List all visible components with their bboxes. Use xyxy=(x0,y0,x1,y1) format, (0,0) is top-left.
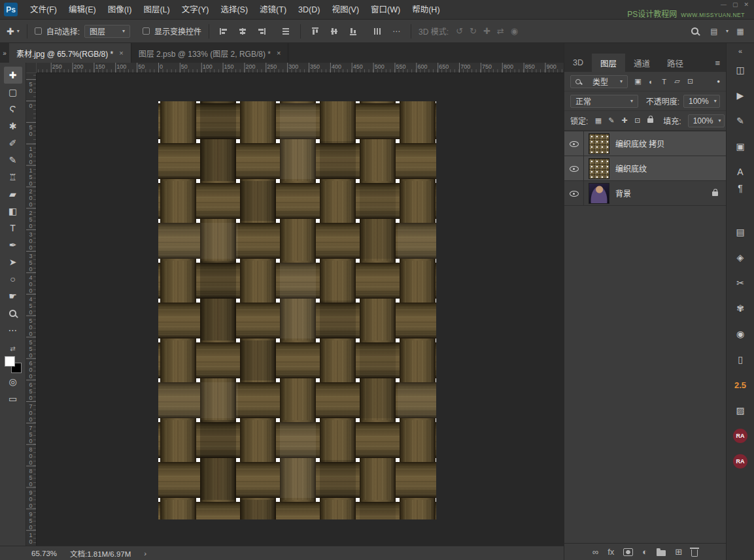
menu-item[interactable]: 图层(L) xyxy=(137,0,175,20)
tab-close-icon[interactable]: × xyxy=(119,49,123,57)
new-group-icon[interactable] xyxy=(657,550,666,556)
pen-tool[interactable]: ✒ xyxy=(4,237,22,254)
ellipse-tool[interactable]: ○ xyxy=(4,271,22,288)
layer-name[interactable]: 背景 xyxy=(615,188,631,199)
3d-pan-icon[interactable]: ✚ xyxy=(483,26,490,36)
menu-item[interactable]: 滤镜(T) xyxy=(254,0,292,20)
magic-wand-tool[interactable]: ✱ xyxy=(4,118,22,135)
align-top-edges-icon[interactable] xyxy=(308,24,322,39)
lock-image-pixels-icon[interactable]: ✎ xyxy=(605,114,617,127)
3d-orbit-icon[interactable]: ↺ xyxy=(456,26,463,36)
menu-item[interactable]: 3D(D) xyxy=(292,0,326,20)
align-left-edges-icon[interactable] xyxy=(216,24,231,39)
show-transform-checkbox[interactable] xyxy=(143,27,150,35)
align-vertical-centers-icon[interactable] xyxy=(327,24,341,39)
type-tool[interactable]: T xyxy=(4,220,22,237)
slices-panel-icon[interactable]: ✂ xyxy=(732,276,748,290)
3d-camera-icon[interactable]: ◉ xyxy=(511,26,518,36)
device-preview-panel-icon[interactable]: ▯ xyxy=(732,352,748,367)
character-panel-icon[interactable]: A xyxy=(732,165,748,179)
panel-menu-icon[interactable]: ≡ xyxy=(715,58,720,68)
menu-item[interactable]: 选择(S) xyxy=(214,0,254,20)
add-layer-mask-icon[interactable] xyxy=(623,548,633,556)
opacity-dropdown[interactable]: 100% ▾ xyxy=(683,95,720,108)
hand-tool[interactable]: ☛ xyxy=(4,288,22,305)
ruler-top[interactable]: 2502001501005005010015020025030035040045… xyxy=(37,63,564,73)
clone-stamp-tool[interactable]: ♖ xyxy=(4,169,22,186)
layer-style-icon[interactable]: fx xyxy=(608,548,614,556)
more-tools[interactable]: ⋯ xyxy=(4,321,22,338)
status-expand-icon[interactable]: › xyxy=(144,550,146,557)
photoshop-logo[interactable]: Ps xyxy=(4,3,18,16)
collapse-panels-icon[interactable]: « xyxy=(738,47,742,55)
filter-adjustment-layers-icon[interactable]: ◐ xyxy=(645,75,657,88)
ruler-corner[interactable] xyxy=(26,63,37,73)
document-tab[interactable]: 素材.jpg @ 65.7%(RGB/8) *× xyxy=(9,43,131,63)
eyedropper-tool[interactable]: ✐ xyxy=(4,135,22,152)
filter-type-dropdown[interactable]: 类型 ▾ xyxy=(570,75,628,88)
panel-tab-通道[interactable]: 通道 xyxy=(625,54,659,72)
layer-name[interactable]: 编织底纹 xyxy=(615,163,647,174)
minimize-icon[interactable]: — xyxy=(721,1,727,8)
layer-thumbnail[interactable] xyxy=(589,133,609,154)
current-tool-indicator[interactable]: ✚ ▾ xyxy=(7,26,20,37)
filter-smart-object-icon[interactable]: ⊡ xyxy=(684,75,696,88)
zoom-level-field[interactable]: 65.73% xyxy=(31,550,57,557)
ra-plugin-icon-2[interactable]: RA xyxy=(733,454,747,469)
lock-transparent-pixels-icon[interactable]: ▦ xyxy=(592,114,604,127)
distribute-horizontal-icon[interactable] xyxy=(279,24,293,39)
menu-item[interactable]: 帮助(H) xyxy=(406,0,445,20)
quick-mask-button[interactable]: ◎ xyxy=(4,373,22,390)
distribute-vertical-icon[interactable] xyxy=(370,24,385,39)
patterns-panel-icon[interactable]: ▨ xyxy=(732,403,748,418)
align-right-edges-icon[interactable] xyxy=(254,24,269,39)
lock-position-icon[interactable]: ✚ xyxy=(618,114,630,127)
adjustments-panel-icon[interactable]: ◈ xyxy=(732,250,748,265)
layer-row-weave[interactable]: 编织底纹 xyxy=(564,156,726,181)
layer-visibility-toggle[interactable] xyxy=(564,156,584,180)
menu-item[interactable]: 视图(V) xyxy=(326,0,365,20)
paragraph-panel-icon[interactable]: ¶ xyxy=(732,181,748,195)
gradient-tool[interactable]: ◧ xyxy=(4,203,22,220)
align-bottom-edges-icon[interactable] xyxy=(346,24,360,39)
menu-item[interactable]: 编辑(E) xyxy=(63,0,102,20)
zoom-tool[interactable] xyxy=(4,305,22,321)
move-tool[interactable]: ✚ xyxy=(4,67,22,84)
auto-select-dropdown[interactable]: 图层 ▾ xyxy=(84,25,130,38)
clone-source-panel-icon[interactable]: ▣ xyxy=(732,139,748,154)
eraser-tool[interactable]: ▰ xyxy=(4,186,22,203)
align-horizontal-centers-icon[interactable] xyxy=(235,24,250,39)
fill-dropdown[interactable]: 100% ▾ xyxy=(688,114,725,127)
filter-toggle-icon[interactable]: ● xyxy=(717,78,720,84)
filter-pixel-layers-icon[interactable]: ▣ xyxy=(632,75,644,88)
plugin-2-5-icon[interactable]: 2.5 xyxy=(732,378,748,392)
workspace-layout-icon[interactable]: ▤ xyxy=(707,24,721,39)
3d-roll-icon[interactable]: ↻ xyxy=(470,26,477,36)
ruler-left[interactable]: 5005010015020025030035040045050055060065… xyxy=(26,73,37,546)
screen-mode-button[interactable]: ▭ xyxy=(4,390,22,407)
adjustment-layer-icon[interactable]: ◐ xyxy=(642,548,647,556)
menu-item[interactable]: 窗口(W) xyxy=(365,0,406,20)
canvas-area[interactable] xyxy=(37,73,564,546)
panel-tab-3D[interactable]: 3D xyxy=(564,54,592,72)
blend-mode-dropdown[interactable]: 正常 ▾ xyxy=(570,95,638,108)
auto-select-checkbox[interactable] xyxy=(35,27,42,35)
lock-artboard-icon[interactable]: ⊡ xyxy=(631,114,643,127)
tab-close-icon[interactable]: × xyxy=(277,49,281,57)
layer-visibility-toggle[interactable] xyxy=(564,181,584,205)
expand-toolbar-icon[interactable]: » xyxy=(0,43,9,63)
layer-name[interactable]: 编织底纹 拷贝 xyxy=(615,138,664,149)
ra-plugin-icon[interactable]: RA xyxy=(733,429,747,443)
panel-tab-图层[interactable]: 图层 xyxy=(592,54,625,72)
menu-item[interactable]: 图像(I) xyxy=(102,0,138,20)
menu-item[interactable]: 文件(F) xyxy=(24,0,63,20)
brush-settings-panel-icon[interactable]: ✎ xyxy=(732,114,748,128)
libraries-panel-icon[interactable]: ▤ xyxy=(732,225,748,239)
styles-panel-icon[interactable]: ✾ xyxy=(732,301,748,316)
filter-shape-layers-icon[interactable]: ▱ xyxy=(671,75,683,88)
panel-tab-路径[interactable]: 路径 xyxy=(659,54,692,72)
3d-slide-icon[interactable]: ⇄ xyxy=(497,26,504,36)
search-icon[interactable] xyxy=(688,24,702,39)
more-align-options-icon[interactable]: ⋯ xyxy=(389,24,403,39)
color-swatches[interactable] xyxy=(5,356,22,373)
